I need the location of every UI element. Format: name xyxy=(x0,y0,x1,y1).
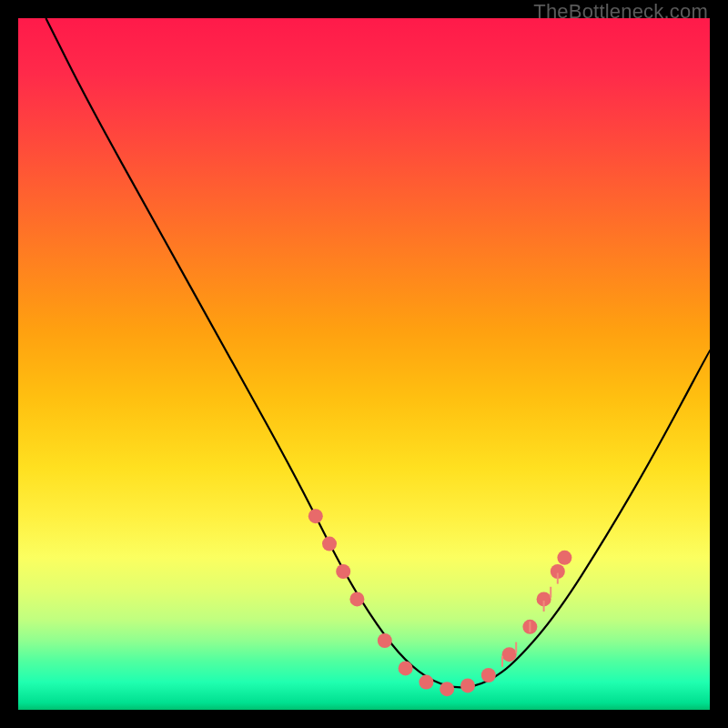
marker-dot xyxy=(378,633,392,648)
marker-dot xyxy=(419,675,433,690)
marker-dot xyxy=(336,564,350,579)
marker-dot xyxy=(440,682,454,696)
chart-svg xyxy=(18,18,710,710)
bottleneck-curve xyxy=(46,18,710,687)
marker-dot xyxy=(322,537,337,551)
marker-dot xyxy=(481,668,496,682)
marker-dot xyxy=(399,661,413,675)
marker-dot xyxy=(349,592,364,606)
curve-line xyxy=(46,18,710,687)
marker-dot xyxy=(460,678,475,693)
highlight-dots xyxy=(308,509,572,696)
chart-container: TheBottleneck.com xyxy=(0,0,728,728)
marker-dot xyxy=(557,551,571,565)
marker-dot xyxy=(502,647,517,662)
marker-dot xyxy=(308,509,323,523)
